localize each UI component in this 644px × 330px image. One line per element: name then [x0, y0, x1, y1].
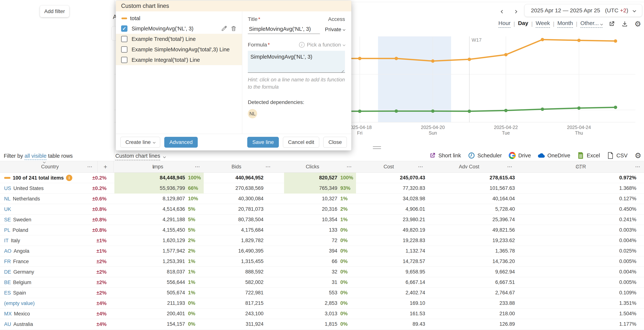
add-filter-button[interactable]: Add filter: [40, 5, 69, 17]
onedrive-button[interactable]: OneDrive: [538, 152, 570, 159]
data-point[interactable]: [358, 57, 362, 60]
add-column-button[interactable]: +: [98, 161, 113, 172]
country-code-link[interactable]: UK: [4, 206, 11, 212]
data-point[interactable]: [468, 110, 471, 113]
country-code-link[interactable]: AU: [4, 322, 11, 327]
info-icon[interactable]: i: [66, 175, 72, 181]
data-point[interactable]: [431, 109, 434, 113]
country-code-link[interactable]: NL: [4, 196, 11, 202]
table-row[interactable]: AUAustralia±4%154,1570%311,9241,8150%89.…: [0, 319, 644, 330]
chart-line-item[interactable]: Example Trend('total') Line: [116, 34, 242, 44]
scheduler-button[interactable]: Scheduler: [468, 152, 502, 159]
country-cell[interactable]: ESSpain: [0, 290, 82, 296]
data-point[interactable]: [541, 108, 544, 111]
total-row[interactable]: 100 of 241 total itemsi±0.2%84,448,94510…: [0, 173, 644, 183]
pick-function-dropdown[interactable]: i Pick a function: [299, 42, 345, 48]
country-cell[interactable]: USUnited States: [0, 185, 82, 191]
checkbox-unchecked-icon[interactable]: [121, 46, 128, 53]
empty-value-link[interactable]: (empty value): [4, 301, 35, 306]
interval-week[interactable]: Week: [536, 20, 550, 28]
column-header-clicks[interactable]: Clicks: [284, 161, 341, 172]
country-code-link[interactable]: DE: [4, 269, 11, 275]
short-link-button[interactable]: Short link: [429, 152, 461, 159]
data-point[interactable]: [395, 109, 398, 113]
country-code-link[interactable]: SE: [4, 217, 11, 223]
country-code-link[interactable]: US: [4, 185, 11, 191]
data-point[interactable]: [431, 59, 434, 63]
checkbox-checked-icon[interactable]: ✓: [121, 25, 128, 32]
series-legend-label[interactable]: total: [130, 15, 140, 21]
data-point[interactable]: [577, 106, 581, 110]
chart-line-item[interactable]: Example SimpleMovingAvg('total',3) Line: [116, 44, 242, 55]
date-next-button[interactable]: [512, 8, 519, 16]
table-row[interactable]: ITItaly±1%1,620,1292%1,829,782720%19,228…: [0, 235, 644, 246]
data-point[interactable]: [504, 53, 508, 56]
chart-line-label[interactable]: SimpleMovingAvg('NL', 3): [132, 25, 218, 32]
checkbox-unchecked-icon[interactable]: [121, 57, 128, 63]
formula-textarea[interactable]: SimpleMovingAvg('NL', 3): [248, 51, 345, 73]
country-cell[interactable]: UK: [0, 206, 82, 212]
table-row[interactable]: MXMexico±4%200,4010%243,1003,0130%161.53…: [0, 309, 644, 319]
all-visible-link[interactable]: all visible: [24, 153, 46, 160]
interval-hour[interactable]: Hour: [498, 20, 510, 28]
country-cell[interactable]: NLNetherlands: [0, 196, 82, 202]
country-cell[interactable]: SESweden: [0, 217, 82, 223]
clicks-column-menu[interactable]: ⋯: [344, 161, 354, 172]
country-code-link[interactable]: AO: [4, 248, 12, 254]
ctr-column-menu[interactable]: ⋯: [632, 161, 643, 172]
table-row[interactable]: ESSpain±2%505,6741%722,9815530%2,402.742…: [0, 288, 644, 298]
title-input[interactable]: SimpleMovingAvg('NL', 3): [248, 25, 320, 34]
open-in-new-button[interactable]: [608, 20, 616, 28]
table-row[interactable]: FRFrance±2%1,253,3911%1,315,455660%14,72…: [0, 256, 644, 267]
data-point[interactable]: [614, 106, 617, 109]
table-settings-button[interactable]: ⚙: [634, 152, 642, 159]
download-button[interactable]: [621, 20, 629, 28]
column-header-adv-cost[interactable]: Adv Cost: [436, 161, 502, 172]
table-row[interactable]: NLNetherlands±0.6%8,129,80710%40,300,084…: [0, 193, 644, 204]
country-cell[interactable]: AOAngola: [0, 248, 82, 254]
interval-day[interactable]: Day: [518, 20, 528, 28]
table-row[interactable]: DEGermany±2%818,0371%888,592320%9,658.95…: [0, 267, 644, 277]
chart-line-label[interactable]: Example Integral('total') Line: [132, 57, 237, 63]
csv-button[interactable]: CSV: [606, 152, 628, 159]
country-cell[interactable]: (empty value): [0, 301, 82, 306]
edit-pencil-icon[interactable]: [221, 25, 228, 32]
interval-month[interactable]: Month: [557, 20, 573, 28]
country-code-link[interactable]: BE: [4, 280, 11, 285]
country-code-link[interactable]: ES: [4, 290, 11, 296]
data-point[interactable]: [614, 39, 617, 43]
table-row[interactable]: SESweden±0.8%4,291,1885%80,738,50410,354…: [0, 214, 644, 225]
date-range-picker[interactable]: 2025 Apr 12 — 2025 Apr 25 (UTC +2): [524, 4, 642, 17]
cost-column-menu[interactable]: ⋯: [416, 161, 425, 172]
chart-settings-button[interactable]: ⚙: [634, 20, 642, 28]
delete-trash-icon[interactable]: [230, 25, 237, 32]
total-series-line[interactable]: [325, 40, 616, 61]
country-cell[interactable]: BEBelgium: [0, 280, 82, 285]
data-point[interactable]: [504, 109, 508, 112]
country-code-link[interactable]: PL: [4, 227, 10, 233]
imps-column-menu[interactable]: ⋯: [193, 161, 202, 172]
chart-line-label[interactable]: Example SimpleMovingAvg('total',3) Line: [132, 46, 237, 53]
checkbox-unchecked-icon[interactable]: [121, 36, 128, 42]
column-header-bids[interactable]: Bids: [204, 161, 269, 172]
column-header-cost[interactable]: Cost: [356, 161, 422, 172]
country-cell[interactable]: PLPoland: [0, 227, 82, 233]
close-button[interactable]: Close: [323, 137, 347, 148]
data-point[interactable]: [541, 38, 544, 41]
table-row[interactable]: (empty value)±4%211,1930%817,2152,8530%1…: [0, 298, 644, 309]
country-code-link[interactable]: FR: [4, 259, 11, 265]
table-row[interactable]: PLPoland±0.8%4,155,4505%4,175,6841330%49…: [0, 225, 644, 235]
data-point[interactable]: [395, 57, 398, 60]
bids-column-menu[interactable]: ⋯: [263, 161, 273, 172]
excel-button[interactable]: Excel: [577, 152, 600, 159]
resize-grip-icon[interactable]: [340, 68, 344, 71]
chart-line-item[interactable]: ✓SimpleMovingAvg('NL', 3): [116, 23, 242, 34]
data-point[interactable]: [358, 110, 362, 113]
chart-line-label[interactable]: Example Trend('total') Line: [132, 36, 237, 42]
table-row[interactable]: UK±0.8%4,514,6365%20,781,07320,3162%4,90…: [0, 204, 644, 214]
country-cell[interactable]: AUAustralia: [0, 322, 82, 327]
drive-button[interactable]: Drive: [508, 152, 531, 159]
dependency-chip[interactable]: NL: [248, 109, 257, 118]
data-point[interactable]: [577, 39, 581, 42]
cancel-edit-button[interactable]: Cancel edit: [283, 137, 319, 148]
